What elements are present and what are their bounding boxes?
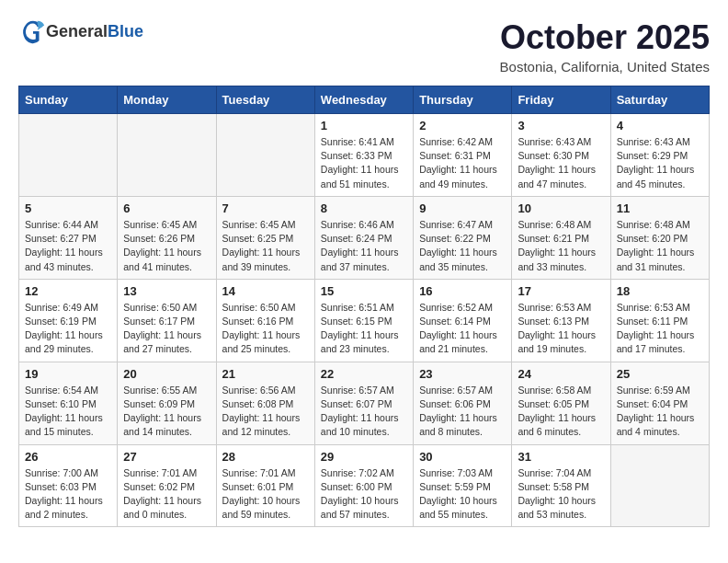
- day-info: Sunrise: 6:59 AM Sunset: 6:04 PM Dayligh…: [617, 384, 703, 440]
- day-info: Sunrise: 6:57 AM Sunset: 6:06 PM Dayligh…: [419, 384, 506, 440]
- day-info: Sunrise: 6:45 AM Sunset: 6:25 PM Dayligh…: [222, 218, 309, 274]
- calendar-cell: 21Sunrise: 6:56 AM Sunset: 6:08 PM Dayli…: [216, 362, 314, 444]
- day-info: Sunrise: 7:01 AM Sunset: 6:02 PM Dayligh…: [123, 466, 210, 523]
- day-number: 20: [123, 367, 210, 381]
- logo-blue: Blue: [108, 22, 143, 40]
- day-info: Sunrise: 6:58 AM Sunset: 6:05 PM Dayligh…: [518, 384, 604, 440]
- calendar-cell: 24Sunrise: 6:58 AM Sunset: 6:05 PM Dayli…: [512, 362, 610, 444]
- calendar-cell: 10Sunrise: 6:48 AM Sunset: 6:21 PM Dayli…: [512, 196, 610, 279]
- calendar-cell: 3Sunrise: 6:43 AM Sunset: 6:30 PM Daylig…: [512, 114, 610, 197]
- calendar-cell: [118, 114, 216, 197]
- day-info: Sunrise: 6:55 AM Sunset: 6:09 PM Dayligh…: [123, 384, 210, 440]
- day-info: Sunrise: 6:56 AM Sunset: 6:08 PM Dayligh…: [222, 384, 309, 440]
- day-info: Sunrise: 6:43 AM Sunset: 6:29 PM Dayligh…: [617, 135, 703, 191]
- calendar-cell: 18Sunrise: 6:53 AM Sunset: 6:11 PM Dayli…: [610, 279, 709, 362]
- calendar-cell: 29Sunrise: 7:02 AM Sunset: 6:00 PM Dayli…: [314, 444, 413, 527]
- weekday-header-friday: Friday: [512, 86, 610, 114]
- day-number: 2: [419, 119, 506, 132]
- day-info: Sunrise: 7:01 AM Sunset: 6:01 PM Dayligh…: [222, 466, 309, 523]
- day-number: 6: [123, 201, 210, 215]
- day-number: 19: [25, 367, 111, 381]
- calendar-cell: 1Sunrise: 6:41 AM Sunset: 6:33 PM Daylig…: [314, 114, 413, 197]
- calendar-cell: 25Sunrise: 6:59 AM Sunset: 6:04 PM Dayli…: [610, 362, 709, 444]
- day-number: 4: [617, 119, 703, 132]
- header: GeneralBlue October 2025 Bostonia, Calif…: [18, 18, 710, 75]
- weekday-header-thursday: Thursday: [414, 86, 512, 114]
- day-number: 30: [419, 450, 506, 464]
- logo-container: GeneralBlue: [18, 18, 143, 44]
- day-number: 12: [25, 284, 111, 298]
- day-info: Sunrise: 6:52 AM Sunset: 6:14 PM Dayligh…: [419, 301, 506, 357]
- calendar-cell: 28Sunrise: 7:01 AM Sunset: 6:01 PM Dayli…: [216, 444, 314, 527]
- calendar-cell: 14Sunrise: 6:50 AM Sunset: 6:16 PM Dayli…: [216, 279, 314, 362]
- day-number: 16: [419, 284, 506, 298]
- weekday-header-sunday: Sunday: [19, 86, 118, 114]
- calendar-cell: 26Sunrise: 7:00 AM Sunset: 6:03 PM Dayli…: [19, 444, 118, 527]
- calendar-cell: 15Sunrise: 6:51 AM Sunset: 6:15 PM Dayli…: [314, 279, 413, 362]
- day-info: Sunrise: 6:44 AM Sunset: 6:27 PM Dayligh…: [25, 218, 111, 274]
- calendar-cell: 17Sunrise: 6:53 AM Sunset: 6:13 PM Dayli…: [512, 279, 610, 362]
- day-info: Sunrise: 6:51 AM Sunset: 6:15 PM Dayligh…: [321, 301, 407, 357]
- day-info: Sunrise: 6:57 AM Sunset: 6:07 PM Dayligh…: [321, 384, 407, 440]
- day-number: 8: [321, 201, 407, 215]
- calendar-week-5: 26Sunrise: 7:00 AM Sunset: 6:03 PM Dayli…: [19, 444, 710, 527]
- day-number: 18: [617, 284, 703, 298]
- day-number: 5: [25, 201, 111, 215]
- day-info: Sunrise: 6:46 AM Sunset: 6:24 PM Dayligh…: [321, 218, 407, 274]
- calendar-cell: 7Sunrise: 6:45 AM Sunset: 6:25 PM Daylig…: [216, 196, 314, 279]
- calendar-cell: 4Sunrise: 6:43 AM Sunset: 6:29 PM Daylig…: [610, 114, 709, 197]
- day-number: 23: [419, 367, 506, 381]
- day-info: Sunrise: 6:42 AM Sunset: 6:31 PM Dayligh…: [419, 135, 506, 191]
- calendar-cell: 31Sunrise: 7:04 AM Sunset: 5:58 PM Dayli…: [512, 444, 610, 527]
- day-number: 17: [518, 284, 604, 298]
- day-info: Sunrise: 6:43 AM Sunset: 6:30 PM Dayligh…: [518, 135, 604, 191]
- day-number: 26: [25, 450, 111, 464]
- logo-icon: [20, 18, 46, 44]
- day-number: 22: [321, 367, 407, 381]
- logo-general: General: [46, 22, 108, 40]
- calendar-cell: [610, 444, 709, 527]
- calendar-cell: 2Sunrise: 6:42 AM Sunset: 6:31 PM Daylig…: [414, 114, 512, 197]
- logo: GeneralBlue: [18, 18, 143, 44]
- calendar-cell: 5Sunrise: 6:44 AM Sunset: 6:27 PM Daylig…: [19, 196, 118, 279]
- calendar-cell: 19Sunrise: 6:54 AM Sunset: 6:10 PM Dayli…: [19, 362, 118, 444]
- calendar-subtitle: Bostonia, California, United States: [500, 59, 710, 75]
- day-info: Sunrise: 6:54 AM Sunset: 6:10 PM Dayligh…: [25, 384, 111, 440]
- day-info: Sunrise: 6:45 AM Sunset: 6:26 PM Dayligh…: [123, 218, 210, 274]
- calendar-cell: 30Sunrise: 7:03 AM Sunset: 5:59 PM Dayli…: [414, 444, 512, 527]
- day-info: Sunrise: 6:50 AM Sunset: 6:16 PM Dayligh…: [222, 301, 309, 357]
- calendar-cell: 20Sunrise: 6:55 AM Sunset: 6:09 PM Dayli…: [118, 362, 216, 444]
- day-number: 13: [123, 284, 210, 298]
- day-info: Sunrise: 6:48 AM Sunset: 6:20 PM Dayligh…: [617, 218, 703, 274]
- calendar-cell: 9Sunrise: 6:47 AM Sunset: 6:22 PM Daylig…: [414, 196, 512, 279]
- weekday-header-wednesday: Wednesday: [314, 86, 413, 114]
- day-number: 21: [222, 367, 309, 381]
- weekday-header-tuesday: Tuesday: [216, 86, 314, 114]
- day-info: Sunrise: 6:41 AM Sunset: 6:33 PM Dayligh…: [321, 135, 407, 191]
- calendar-cell: 13Sunrise: 6:50 AM Sunset: 6:17 PM Dayli…: [118, 279, 216, 362]
- day-info: Sunrise: 7:00 AM Sunset: 6:03 PM Dayligh…: [25, 466, 111, 523]
- day-number: 27: [123, 450, 210, 464]
- title-area: October 2025 Bostonia, California, Unite…: [500, 18, 710, 75]
- calendar-cell: 8Sunrise: 6:46 AM Sunset: 6:24 PM Daylig…: [314, 196, 413, 279]
- day-info: Sunrise: 6:53 AM Sunset: 6:11 PM Dayligh…: [617, 301, 703, 357]
- day-info: Sunrise: 7:02 AM Sunset: 6:00 PM Dayligh…: [321, 466, 407, 523]
- calendar-week-2: 5Sunrise: 6:44 AM Sunset: 6:27 PM Daylig…: [19, 196, 710, 279]
- calendar-cell: 23Sunrise: 6:57 AM Sunset: 6:06 PM Dayli…: [414, 362, 512, 444]
- calendar-week-4: 19Sunrise: 6:54 AM Sunset: 6:10 PM Dayli…: [19, 362, 710, 444]
- day-number: 29: [321, 450, 407, 464]
- day-number: 25: [617, 367, 703, 381]
- calendar-cell: 16Sunrise: 6:52 AM Sunset: 6:14 PM Dayli…: [414, 279, 512, 362]
- calendar-cell: 22Sunrise: 6:57 AM Sunset: 6:07 PM Dayli…: [314, 362, 413, 444]
- calendar-cell: 27Sunrise: 7:01 AM Sunset: 6:02 PM Dayli…: [118, 444, 216, 527]
- calendar-cell: 6Sunrise: 6:45 AM Sunset: 6:26 PM Daylig…: [118, 196, 216, 279]
- logo-text: GeneralBlue: [46, 22, 143, 41]
- day-number: 28: [222, 450, 309, 464]
- day-number: 14: [222, 284, 309, 298]
- day-number: 24: [518, 367, 604, 381]
- day-info: Sunrise: 6:49 AM Sunset: 6:19 PM Dayligh…: [25, 301, 111, 357]
- weekday-header-monday: Monday: [118, 86, 216, 114]
- calendar-cell: [19, 114, 118, 197]
- day-number: 3: [518, 119, 604, 132]
- day-number: 31: [518, 450, 604, 464]
